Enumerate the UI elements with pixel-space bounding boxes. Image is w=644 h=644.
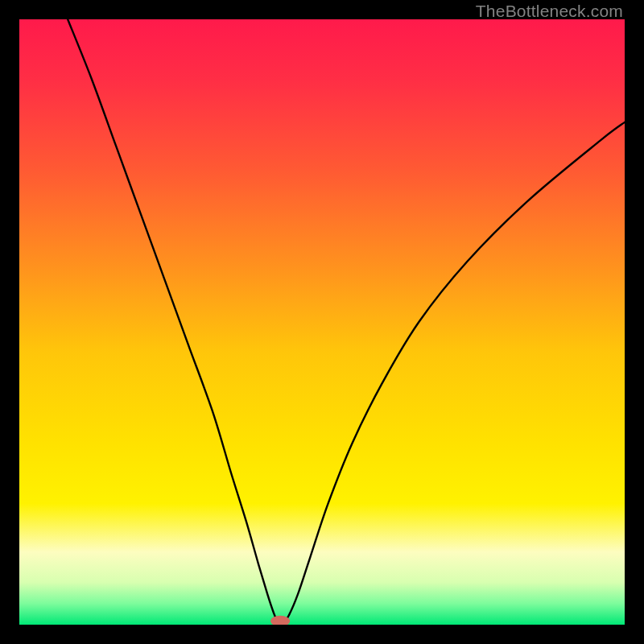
chart-svg (19, 19, 625, 625)
gradient-background (19, 19, 625, 625)
watermark-text: TheBottleneck.com (476, 2, 623, 21)
chart-frame (19, 19, 625, 625)
